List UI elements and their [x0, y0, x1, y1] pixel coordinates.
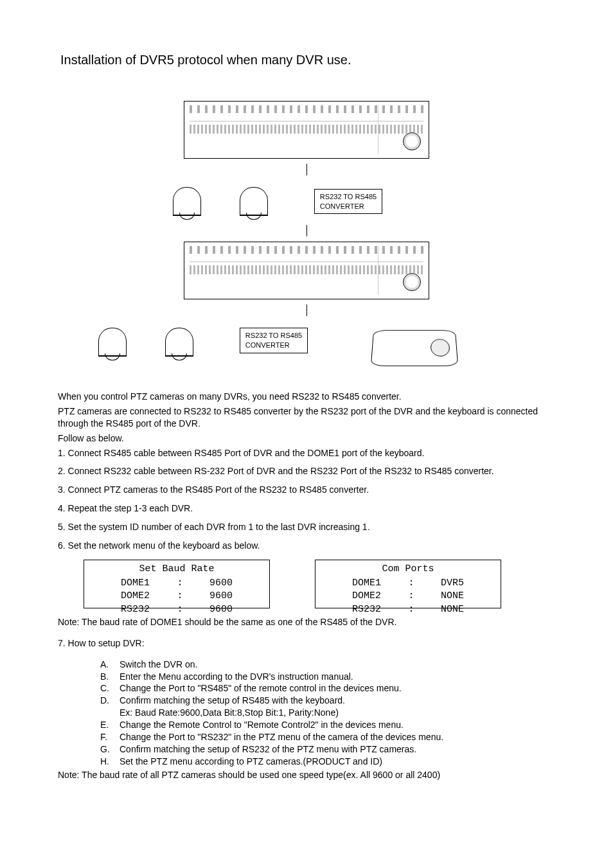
lcd-line: DOME1 : 9600: [121, 577, 233, 590]
converter-label: CONVERTER: [320, 202, 377, 211]
lcd-com-ports: Com Ports DOME1 : DVR5 DOME2 : NONE RS23…: [315, 560, 501, 608]
substep-item: C.Change the Port to "RS485" of the remo…: [100, 682, 555, 695]
step-item: 6. Set the network menu of the keyboard …: [58, 540, 555, 552]
converter-label: CONVERTER: [245, 341, 302, 350]
step-item: 1. Connect RS485 cable between RS485 Por…: [58, 447, 555, 459]
lcd-line: RS232 : 9600: [121, 603, 233, 616]
step-item: 4. Repeat the step 1-3 each DVR.: [58, 502, 555, 515]
intro-line: PTZ cameras are connected to RS232 to RS…: [58, 405, 555, 430]
step-item: 2. Connect RS232 cable between RS-232 Po…: [58, 465, 555, 477]
lcd-line: RS232 : NONE: [352, 603, 464, 616]
substep-item: G.Confirm matching the setup of RS232 of…: [100, 743, 555, 756]
substep-item: F.Change the Port to "RS232" in the PTZ …: [100, 731, 555, 743]
lcd-displays: Set Baud Rate DOME1 : 9600 DOME2 : 9600 …: [84, 560, 555, 608]
substep-item: H.Set the PTZ menu according to PTZ came…: [100, 756, 555, 768]
step-item: 3. Connect PTZ cameras to the RS485 Port…: [58, 484, 555, 496]
substep-item: Ex: Baud Rate:9600,Data Bit:8,Stop Bit:1…: [100, 707, 555, 719]
dvr-illustration: [184, 242, 429, 299]
substep-item: E.Change the Remote Control to "Remote C…: [100, 719, 555, 731]
intro-line: When you control PTZ cameras on many DVR…: [58, 391, 555, 403]
lcd-line: DOME1 : DVR5: [352, 577, 464, 590]
page-title: Installation of DVR5 protocol when many …: [60, 51, 555, 69]
lcd-line: DOME2 : NONE: [352, 590, 464, 603]
substep-item: A.Switch the DVR on.: [100, 659, 555, 671]
converter-label: RS232 TO RS485: [320, 192, 377, 202]
lcd-line: DOME2 : 9600: [121, 590, 233, 603]
lcd-title: Set Baud Rate: [139, 563, 214, 576]
installation-diagram: RS232 TO RS485 CONVERTER RS232 TO RS485 …: [58, 101, 555, 371]
steps-list: 1. Connect RS485 cable between RS485 Por…: [58, 447, 555, 552]
converter-box: RS232 TO RS485 CONVERTER: [240, 328, 308, 353]
dvr-illustration: [184, 101, 429, 159]
keyboard-controller-icon: [371, 330, 458, 366]
dome-camera-icon: [173, 187, 201, 216]
intro-text: When you control PTZ cameras on many DVR…: [58, 391, 555, 445]
note-text: Note: The baud rate of all PTZ cameras s…: [58, 769, 555, 781]
step-item: 7. How to setup DVR:: [58, 637, 555, 650]
note-text: Note: The baud rate of DOME1 should be t…: [58, 616, 555, 628]
substeps-list: A.Switch the DVR on. B.Enter the Menu ac…: [100, 659, 555, 768]
substep-item: D.Confirm matching the setup of RS485 wi…: [100, 695, 555, 707]
dome-camera-icon: [165, 328, 193, 357]
converter-label: RS232 TO RS485: [245, 331, 302, 341]
converter-box: RS232 TO RS485 CONVERTER: [314, 189, 382, 215]
lcd-baud-rate: Set Baud Rate DOME1 : 9600 DOME2 : 9600 …: [84, 560, 270, 608]
step-item: 5. Set the system ID number of each DVR …: [58, 521, 555, 533]
dome-camera-icon: [240, 187, 268, 216]
lcd-title: Com Ports: [382, 563, 434, 576]
dome-camera-icon: [98, 328, 127, 357]
substep-item: B.Enter the Menu according to the DVR's …: [100, 671, 555, 683]
intro-line: Follow as below.: [58, 432, 555, 445]
